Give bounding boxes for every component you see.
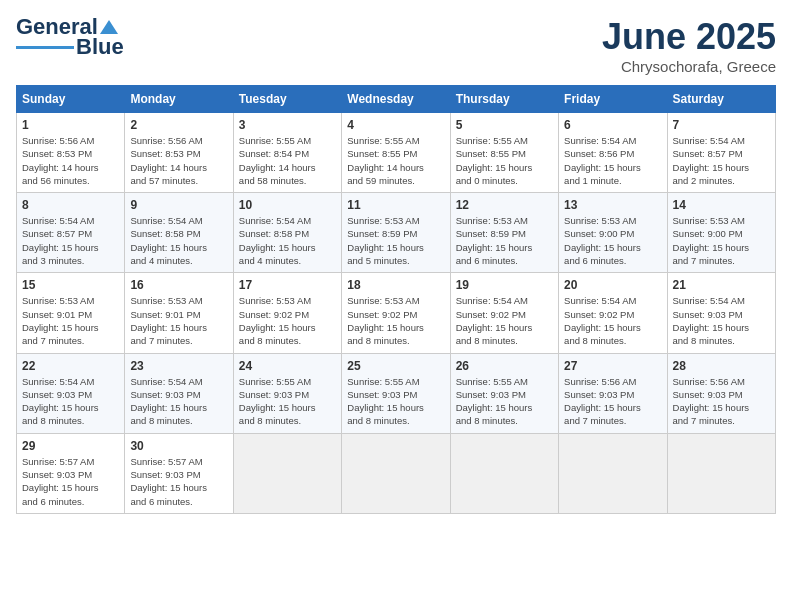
day-number: 4	[347, 118, 444, 132]
weekday-header-saturday: Saturday	[667, 86, 775, 113]
calendar-cell: 2Sunrise: 5:56 AM Sunset: 8:53 PM Daylig…	[125, 113, 233, 193]
day-info: Sunrise: 5:56 AM Sunset: 8:53 PM Dayligh…	[130, 134, 227, 187]
day-number: 17	[239, 278, 336, 292]
day-number: 25	[347, 359, 444, 373]
calendar-cell	[667, 433, 775, 513]
calendar-cell	[559, 433, 667, 513]
calendar-cell: 28Sunrise: 5:56 AM Sunset: 9:03 PM Dayli…	[667, 353, 775, 433]
weekday-header-thursday: Thursday	[450, 86, 558, 113]
calendar-cell	[233, 433, 341, 513]
day-number: 15	[22, 278, 119, 292]
day-info: Sunrise: 5:54 AM Sunset: 8:58 PM Dayligh…	[239, 214, 336, 267]
calendar-cell: 8Sunrise: 5:54 AM Sunset: 8:57 PM Daylig…	[17, 193, 125, 273]
day-info: Sunrise: 5:55 AM Sunset: 8:55 PM Dayligh…	[456, 134, 553, 187]
calendar-cell: 19Sunrise: 5:54 AM Sunset: 9:02 PM Dayli…	[450, 273, 558, 353]
day-number: 30	[130, 439, 227, 453]
weekday-header-friday: Friday	[559, 86, 667, 113]
day-info: Sunrise: 5:54 AM Sunset: 9:03 PM Dayligh…	[22, 375, 119, 428]
day-info: Sunrise: 5:54 AM Sunset: 9:02 PM Dayligh…	[564, 294, 661, 347]
day-info: Sunrise: 5:53 AM Sunset: 8:59 PM Dayligh…	[456, 214, 553, 267]
day-number: 5	[456, 118, 553, 132]
day-info: Sunrise: 5:53 AM Sunset: 9:01 PM Dayligh…	[22, 294, 119, 347]
location: Chrysochorafa, Greece	[602, 58, 776, 75]
calendar-cell: 7Sunrise: 5:54 AM Sunset: 8:57 PM Daylig…	[667, 113, 775, 193]
day-number: 12	[456, 198, 553, 212]
svg-marker-0	[100, 20, 118, 34]
title-block: June 2025 Chrysochorafa, Greece	[602, 16, 776, 75]
calendar-cell: 26Sunrise: 5:55 AM Sunset: 9:03 PM Dayli…	[450, 353, 558, 433]
day-info: Sunrise: 5:55 AM Sunset: 9:03 PM Dayligh…	[456, 375, 553, 428]
day-info: Sunrise: 5:55 AM Sunset: 8:54 PM Dayligh…	[239, 134, 336, 187]
calendar-cell: 29Sunrise: 5:57 AM Sunset: 9:03 PM Dayli…	[17, 433, 125, 513]
day-number: 13	[564, 198, 661, 212]
day-number: 10	[239, 198, 336, 212]
day-number: 18	[347, 278, 444, 292]
day-info: Sunrise: 5:54 AM Sunset: 8:56 PM Dayligh…	[564, 134, 661, 187]
calendar-week-row: 29Sunrise: 5:57 AM Sunset: 9:03 PM Dayli…	[17, 433, 776, 513]
calendar-cell: 4Sunrise: 5:55 AM Sunset: 8:55 PM Daylig…	[342, 113, 450, 193]
day-info: Sunrise: 5:53 AM Sunset: 8:59 PM Dayligh…	[347, 214, 444, 267]
day-number: 28	[673, 359, 770, 373]
day-info: Sunrise: 5:53 AM Sunset: 9:02 PM Dayligh…	[239, 294, 336, 347]
day-info: Sunrise: 5:53 AM Sunset: 9:02 PM Dayligh…	[347, 294, 444, 347]
calendar-cell: 14Sunrise: 5:53 AM Sunset: 9:00 PM Dayli…	[667, 193, 775, 273]
calendar-cell: 12Sunrise: 5:53 AM Sunset: 8:59 PM Dayli…	[450, 193, 558, 273]
day-number: 20	[564, 278, 661, 292]
day-info: Sunrise: 5:56 AM Sunset: 9:03 PM Dayligh…	[564, 375, 661, 428]
calendar-week-row: 1Sunrise: 5:56 AM Sunset: 8:53 PM Daylig…	[17, 113, 776, 193]
day-number: 14	[673, 198, 770, 212]
calendar-cell: 22Sunrise: 5:54 AM Sunset: 9:03 PM Dayli…	[17, 353, 125, 433]
day-number: 26	[456, 359, 553, 373]
day-info: Sunrise: 5:54 AM Sunset: 9:02 PM Dayligh…	[456, 294, 553, 347]
calendar-week-row: 15Sunrise: 5:53 AM Sunset: 9:01 PM Dayli…	[17, 273, 776, 353]
day-info: Sunrise: 5:54 AM Sunset: 8:57 PM Dayligh…	[673, 134, 770, 187]
calendar-week-row: 22Sunrise: 5:54 AM Sunset: 9:03 PM Dayli…	[17, 353, 776, 433]
calendar-cell: 5Sunrise: 5:55 AM Sunset: 8:55 PM Daylig…	[450, 113, 558, 193]
logo-underline	[16, 46, 74, 49]
day-number: 23	[130, 359, 227, 373]
day-number: 19	[456, 278, 553, 292]
day-info: Sunrise: 5:53 AM Sunset: 9:01 PM Dayligh…	[130, 294, 227, 347]
calendar-cell: 15Sunrise: 5:53 AM Sunset: 9:01 PM Dayli…	[17, 273, 125, 353]
day-info: Sunrise: 5:54 AM Sunset: 9:03 PM Dayligh…	[673, 294, 770, 347]
weekday-header-monday: Monday	[125, 86, 233, 113]
day-number: 24	[239, 359, 336, 373]
day-number: 6	[564, 118, 661, 132]
day-number: 21	[673, 278, 770, 292]
calendar-cell	[342, 433, 450, 513]
calendar-cell: 16Sunrise: 5:53 AM Sunset: 9:01 PM Dayli…	[125, 273, 233, 353]
calendar-cell: 10Sunrise: 5:54 AM Sunset: 8:58 PM Dayli…	[233, 193, 341, 273]
day-info: Sunrise: 5:54 AM Sunset: 9:03 PM Dayligh…	[130, 375, 227, 428]
day-info: Sunrise: 5:54 AM Sunset: 8:57 PM Dayligh…	[22, 214, 119, 267]
calendar-cell: 21Sunrise: 5:54 AM Sunset: 9:03 PM Dayli…	[667, 273, 775, 353]
day-info: Sunrise: 5:56 AM Sunset: 8:53 PM Dayligh…	[22, 134, 119, 187]
day-info: Sunrise: 5:53 AM Sunset: 9:00 PM Dayligh…	[564, 214, 661, 267]
month-year: June 2025	[602, 16, 776, 58]
calendar-cell: 23Sunrise: 5:54 AM Sunset: 9:03 PM Dayli…	[125, 353, 233, 433]
logo: General Blue	[16, 16, 124, 58]
weekday-header-sunday: Sunday	[17, 86, 125, 113]
day-info: Sunrise: 5:53 AM Sunset: 9:00 PM Dayligh…	[673, 214, 770, 267]
calendar-cell: 6Sunrise: 5:54 AM Sunset: 8:56 PM Daylig…	[559, 113, 667, 193]
day-info: Sunrise: 5:55 AM Sunset: 9:03 PM Dayligh…	[239, 375, 336, 428]
calendar-cell: 25Sunrise: 5:55 AM Sunset: 9:03 PM Dayli…	[342, 353, 450, 433]
day-info: Sunrise: 5:57 AM Sunset: 9:03 PM Dayligh…	[130, 455, 227, 508]
day-info: Sunrise: 5:55 AM Sunset: 9:03 PM Dayligh…	[347, 375, 444, 428]
day-number: 11	[347, 198, 444, 212]
day-info: Sunrise: 5:55 AM Sunset: 8:55 PM Dayligh…	[347, 134, 444, 187]
day-number: 1	[22, 118, 119, 132]
weekday-header-row: SundayMondayTuesdayWednesdayThursdayFrid…	[17, 86, 776, 113]
day-number: 8	[22, 198, 119, 212]
day-info: Sunrise: 5:56 AM Sunset: 9:03 PM Dayligh…	[673, 375, 770, 428]
weekday-header-tuesday: Tuesday	[233, 86, 341, 113]
calendar-cell: 17Sunrise: 5:53 AM Sunset: 9:02 PM Dayli…	[233, 273, 341, 353]
day-number: 27	[564, 359, 661, 373]
calendar-cell: 30Sunrise: 5:57 AM Sunset: 9:03 PM Dayli…	[125, 433, 233, 513]
day-info: Sunrise: 5:54 AM Sunset: 8:58 PM Dayligh…	[130, 214, 227, 267]
calendar-week-row: 8Sunrise: 5:54 AM Sunset: 8:57 PM Daylig…	[17, 193, 776, 273]
day-number: 9	[130, 198, 227, 212]
calendar-cell: 13Sunrise: 5:53 AM Sunset: 9:00 PM Dayli…	[559, 193, 667, 273]
day-number: 29	[22, 439, 119, 453]
calendar-cell: 18Sunrise: 5:53 AM Sunset: 9:02 PM Dayli…	[342, 273, 450, 353]
calendar-cell: 9Sunrise: 5:54 AM Sunset: 8:58 PM Daylig…	[125, 193, 233, 273]
